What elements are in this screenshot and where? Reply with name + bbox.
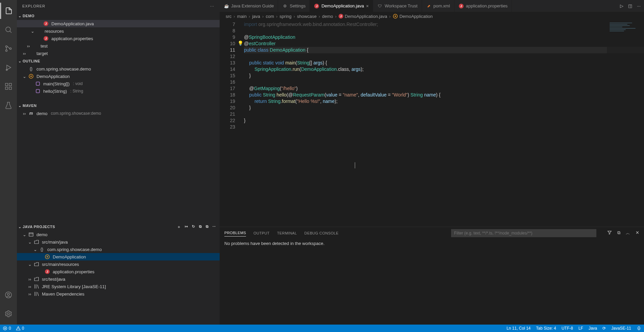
svg-point-20 xyxy=(395,16,396,17)
refresh-icon[interactable]: ↻ xyxy=(192,224,195,229)
code-line[interactable] xyxy=(244,111,644,117)
code-line[interactable]: public static void main(String[] args) { xyxy=(244,60,644,66)
breadcrumb-item[interactable]: JDemoApplication.java xyxy=(339,14,387,19)
tree-item[interactable]: DemoApplication xyxy=(17,253,220,260)
collapse-all-icon[interactable]: ⧉ xyxy=(617,230,620,236)
close-panel-icon[interactable]: ✕ xyxy=(636,230,639,236)
sidebar-more-icon[interactable]: ··· xyxy=(210,4,214,8)
code-line[interactable] xyxy=(244,124,644,130)
status-bell-icon[interactable] xyxy=(637,326,641,331)
code-line[interactable]: } xyxy=(244,117,644,124)
minimap[interactable] xyxy=(607,21,644,227)
status-tabsize[interactable]: Tab Size: 4 xyxy=(536,326,556,331)
folder-icon xyxy=(36,28,42,34)
code-line[interactable] xyxy=(244,79,644,85)
tree-item[interactable]: ⌄src/main/resources xyxy=(17,260,220,268)
problems-filter-input[interactable] xyxy=(451,229,596,237)
tree-item[interactable]: ›mdemocom.spring.showcase:demo xyxy=(17,110,220,117)
explorer-icon[interactable] xyxy=(0,3,17,19)
code-line[interactable]: return String.format("Hello %s!", name); xyxy=(244,98,644,105)
status-lncol[interactable]: Ln 11, Col 14 xyxy=(506,326,530,331)
panel-tab-terminal[interactable]: TERMINAL xyxy=(277,230,297,237)
status-warnings[interactable]: 0 xyxy=(16,326,24,331)
breadcrumb-item[interactable]: main xyxy=(237,14,247,19)
tab-label: application.properties xyxy=(466,3,508,8)
panel-tab-problems[interactable]: PROBLEMS xyxy=(224,229,246,237)
expand-icon[interactable]: ⧉ xyxy=(206,224,208,229)
code-line[interactable]: SpringApplication.run(DemoApplication.cl… xyxy=(244,66,644,73)
tree-item[interactable]: JDemoApplication.java xyxy=(17,20,220,27)
breadcrumbs[interactable]: src›main›java›com›spring›showcase›demo›J… xyxy=(220,12,644,21)
extensions-icon[interactable] xyxy=(0,78,17,94)
code-line[interactable]: public class DemoApplication { xyxy=(244,47,644,53)
section-maven-header[interactable]: MAVEN xyxy=(17,102,220,110)
status-lang[interactable]: Java xyxy=(589,326,597,331)
code-line[interactable]: @estController xyxy=(244,40,644,47)
more-icon[interactable]: ··· xyxy=(213,224,216,229)
editor-tab[interactable]: ⬈pom.xml xyxy=(422,0,454,12)
breadcrumb-item[interactable]: java xyxy=(252,14,260,19)
filter-icon[interactable] xyxy=(607,230,612,236)
tree-item[interactable]: ⌄{}com.spring.showcase.demo xyxy=(17,246,220,253)
code-line[interactable]: } xyxy=(244,105,644,111)
tree-item[interactable]: ›JRE System Library [JavaSE-11] xyxy=(17,283,220,290)
code-line[interactable]: } xyxy=(244,73,644,79)
section-outline-header[interactable]: OUTLINE xyxy=(17,57,220,65)
status-eol[interactable]: LF xyxy=(578,326,583,331)
close-tab-icon[interactable]: × xyxy=(366,3,369,9)
tree-item[interactable]: Japplication.properties xyxy=(17,268,220,275)
tree-item[interactable]: {}com.spring.showcase.demo xyxy=(17,65,220,73)
manage-gear-icon[interactable] xyxy=(0,306,17,322)
tree-item[interactable]: ⌄demo xyxy=(17,231,220,238)
tree-item[interactable]: ⌄DemoApplication xyxy=(17,73,220,80)
status-errors[interactable]: 0 xyxy=(3,326,11,331)
tree-item[interactable]: ›Maven Dependencies xyxy=(17,290,220,298)
breadcrumb-item[interactable]: com xyxy=(266,14,274,19)
lightbulb-icon[interactable]: 💡 xyxy=(238,40,243,46)
editor-tab[interactable]: 🛡Workspace Trust xyxy=(373,0,422,12)
tree-item[interactable]: hello(String): String xyxy=(17,87,220,95)
code-line[interactable]: import org.springframework.web.bind.anno… xyxy=(244,21,644,28)
section-java-projects-header[interactable]: JAVA PROJECTS ＋ ↦ ↻ ⧉ ⧉ ··· xyxy=(17,223,220,231)
code-line[interactable]: @GetMapping("/hello") xyxy=(244,85,644,92)
chevron-up-icon[interactable]: ︿ xyxy=(626,230,630,236)
tree-item[interactable]: ⌄src/main/java xyxy=(17,238,220,246)
split-editor-icon[interactable]: ◫ xyxy=(628,3,632,8)
run-debug-icon[interactable] xyxy=(0,59,17,76)
new-icon[interactable]: ＋ xyxy=(177,224,181,229)
section-demo-header[interactable]: DEMO xyxy=(17,12,220,20)
panel-tab-debug-console[interactable]: DEBUG CONSOLE xyxy=(304,230,339,237)
testing-icon[interactable] xyxy=(0,97,17,113)
editor-tab[interactable]: JDemoApplication.java× xyxy=(310,0,373,12)
code-line[interactable] xyxy=(244,28,644,34)
run-icon[interactable]: ▷ xyxy=(620,3,623,8)
tree-item[interactable]: ›target xyxy=(17,50,220,57)
status-encoding[interactable]: UTF-8 xyxy=(562,326,573,331)
code-line[interactable] xyxy=(244,53,644,60)
editor-tab[interactable]: Japplication.properties xyxy=(454,0,512,12)
accounts-icon[interactable] xyxy=(0,287,17,303)
code-line[interactable]: public String hello(@RequestParam(value … xyxy=(244,92,644,98)
editor-tab[interactable]: ⚙Settings xyxy=(278,0,310,12)
breadcrumb-item[interactable]: showcase xyxy=(297,14,317,19)
text-cursor xyxy=(355,162,355,168)
panel-tab-output[interactable]: OUTPUT xyxy=(253,230,270,237)
tree-item[interactable]: ⌄resources xyxy=(17,27,220,35)
source-control-icon[interactable] xyxy=(0,40,17,57)
breadcrumb-item[interactable]: src xyxy=(226,14,231,19)
tree-item[interactable]: Japplication.properties xyxy=(17,35,220,42)
tree-item[interactable]: ›src/test/java xyxy=(17,275,220,283)
tree-item[interactable]: ›test xyxy=(17,42,220,50)
breadcrumb-item[interactable]: spring xyxy=(279,14,291,19)
tab-more-icon[interactable]: ··· xyxy=(637,3,641,8)
status-jdk[interactable]: JavaSE-11 xyxy=(611,326,631,331)
tree-item[interactable]: main(String[]): void xyxy=(17,80,220,87)
collapse-icon[interactable]: ⧉ xyxy=(199,224,202,229)
code-line[interactable]: @SpringBootApplication xyxy=(244,34,644,40)
editor-tab[interactable]: ☕Java Extension Guide xyxy=(220,0,278,12)
breadcrumb-item[interactable]: demo xyxy=(322,14,333,19)
status-sync-icon[interactable]: ⟳ xyxy=(602,326,606,331)
link-icon[interactable]: ↦ xyxy=(185,224,188,229)
breadcrumb-item[interactable]: DemoApplication xyxy=(393,13,432,19)
search-icon[interactable] xyxy=(0,22,17,38)
